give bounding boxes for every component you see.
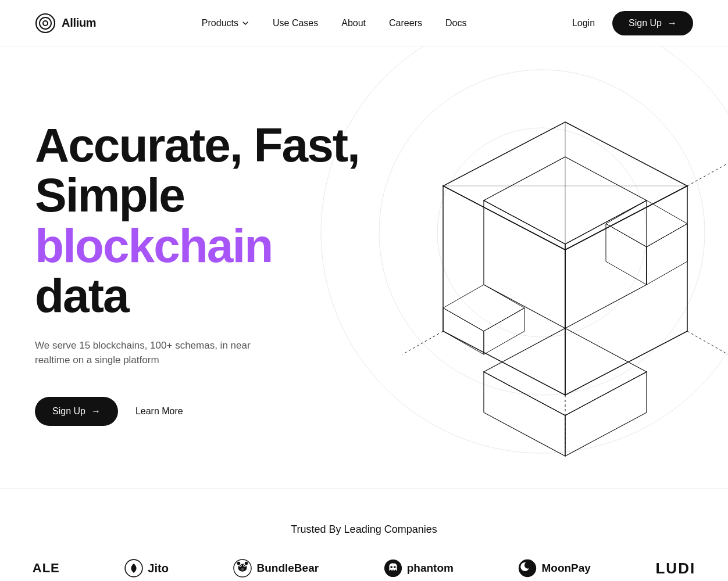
nav-careers[interactable]: Careers <box>389 18 422 28</box>
learn-more-link[interactable]: Learn More <box>135 406 183 417</box>
arrow-right-icon: → <box>91 406 101 417</box>
svg-point-40 <box>394 566 396 568</box>
navbar: Allium Products Use Cases About Careers … <box>0 0 728 46</box>
svg-point-36 <box>245 562 248 565</box>
svg-marker-13 <box>647 224 687 285</box>
list-item: ALE <box>33 561 60 576</box>
svg-point-33 <box>240 565 241 566</box>
hero-actions: Sign Up → Learn More <box>35 397 372 426</box>
svg-marker-16 <box>484 308 524 354</box>
phantom-icon <box>384 559 402 578</box>
blockchain-highlight: blockchain <box>35 219 272 272</box>
nav-use-cases[interactable]: Use Cases <box>273 18 318 28</box>
trusted-section: Trusted By Leading Companies ALE Jito <box>0 488 728 581</box>
arrow-right-icon: → <box>668 18 677 28</box>
svg-point-37 <box>241 568 245 571</box>
moonpay-icon <box>518 559 537 578</box>
svg-point-35 <box>237 562 241 565</box>
svg-point-43 <box>524 562 531 569</box>
nav-about[interactable]: About <box>341 18 366 28</box>
nav-links: Products Use Cases About Careers Docs <box>202 18 467 28</box>
svg-marker-10 <box>565 200 647 328</box>
svg-point-39 <box>390 566 392 568</box>
logos-row: ALE Jito Bu <box>0 559 728 578</box>
svg-point-0 <box>36 14 55 33</box>
hero-heading: Accurate, Fast, Simple blockchain data <box>35 120 372 320</box>
svg-point-1 <box>40 17 51 29</box>
svg-marker-14 <box>606 224 647 285</box>
nav-products[interactable]: Products <box>202 18 249 28</box>
svg-line-25 <box>402 331 443 354</box>
hero-section: Accurate, Fast, Simple blockchain data W… <box>0 46 728 465</box>
jito-icon <box>124 559 143 578</box>
logo[interactable]: Allium <box>35 13 96 34</box>
hero-content: Accurate, Fast, Simple blockchain data W… <box>35 109 372 425</box>
list-item: LUDI <box>655 560 695 578</box>
list-item: phantom <box>384 559 454 578</box>
bundlebear-icon <box>233 559 252 578</box>
trusted-title: Trusted By Leading Companies <box>0 523 728 536</box>
hero-subtitle: We serve 15 blockchains, 100+ schemas, i… <box>35 338 256 368</box>
login-link[interactable]: Login <box>572 18 595 28</box>
logo-text: Allium <box>62 16 96 30</box>
svg-line-27 <box>687 157 728 186</box>
list-item: BundleBear <box>233 559 319 578</box>
chevron-down-icon <box>241 19 249 27</box>
nav-docs[interactable]: Docs <box>445 18 466 28</box>
svg-line-24 <box>687 331 728 354</box>
allium-logo-icon <box>35 13 56 34</box>
svg-marker-15 <box>443 285 524 331</box>
svg-marker-17 <box>443 308 484 354</box>
list-item: MoonPay <box>518 559 590 578</box>
svg-marker-7 <box>565 186 687 395</box>
nav-actions: Login Sign Up → <box>572 11 693 35</box>
svg-marker-8 <box>443 186 565 395</box>
svg-point-34 <box>244 565 245 566</box>
nav-signup-button[interactable]: Sign Up → <box>612 11 693 35</box>
blockchain-cube-illustration <box>385 76 728 436</box>
hero-signup-button[interactable]: Sign Up → <box>35 397 118 426</box>
svg-point-2 <box>43 21 48 26</box>
list-item: Jito <box>124 559 169 578</box>
